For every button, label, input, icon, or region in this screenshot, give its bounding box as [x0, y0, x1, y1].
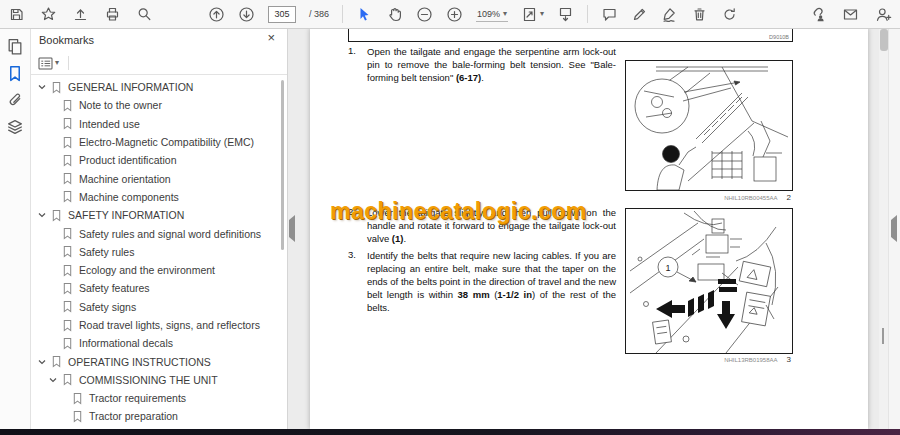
figure-id: NHIL13RB01958AA — [724, 357, 777, 363]
bookmark-icon — [61, 282, 74, 295]
scrolling-mode-icon[interactable] — [557, 6, 574, 23]
bookmark-item[interactable]: SAFETY INFORMATION — [30, 206, 287, 224]
instruction-step: 3. Identify the belts that require new l… — [348, 249, 616, 314]
share-link-icon[interactable] — [809, 6, 826, 23]
email-icon[interactable] — [842, 6, 859, 23]
bookmark-tree: GENERAL INFORMATION Note to the owner In… — [30, 78, 287, 426]
sign-icon[interactable] — [661, 6, 678, 23]
previous-page-icon[interactable] — [208, 6, 225, 23]
pdf-viewer-window: 305 / 386 109% ▾ ▾ — [0, 0, 900, 435]
bookmark-icon — [61, 373, 74, 386]
scrollbar-mark — [882, 328, 884, 344]
bookmark-icon — [61, 136, 74, 149]
toolbar: 305 / 386 109% ▾ ▾ — [0, 0, 900, 29]
bookmark-item[interactable]: Machine orientation — [30, 169, 287, 187]
scrollbar-thumb[interactable] — [880, 29, 888, 51]
profile-add-icon[interactable] — [875, 6, 892, 23]
bookmark-icon — [61, 227, 74, 240]
bookmark-item[interactable]: Note to the owner — [30, 96, 287, 114]
panel-title: Bookmarks — [39, 34, 94, 46]
options-divider — [68, 56, 69, 70]
hand-tool-icon[interactable] — [386, 6, 403, 23]
callout-number: 1 — [665, 263, 670, 273]
document-page: D9010B 1. Open the tailgate and engage t… — [310, 28, 868, 429]
bookmark-item[interactable]: Road travel lights, signs, and reflector… — [30, 316, 287, 334]
bookmark-item[interactable]: Ecology and the environment — [30, 261, 287, 279]
bookmark-item[interactable]: Safety rules and signal word definitions — [30, 224, 287, 242]
bookmark-item[interactable]: Machine components — [30, 188, 287, 206]
bookmark-icon — [50, 355, 63, 368]
bookmark-item[interactable]: Tractor requirements — [30, 389, 287, 407]
close-icon[interactable]: × — [267, 31, 275, 44]
delete-icon[interactable] — [691, 6, 708, 23]
next-page-icon[interactable] — [238, 6, 255, 23]
figure-number: 2 — [787, 193, 791, 202]
taskbar-edge — [0, 429, 900, 435]
bookmark-item[interactable]: Safety signs — [30, 298, 287, 316]
chevron-down-icon[interactable] — [35, 357, 48, 367]
bookmark-item[interactable]: GENERAL INFORMATION — [30, 78, 287, 96]
bookmark-item[interactable]: Product identification — [30, 151, 287, 169]
watermark: machinecatalogic.com — [330, 198, 587, 225]
bookmark-options-button[interactable]: ▾ — [38, 57, 59, 70]
save-icon[interactable] — [8, 6, 25, 23]
select-tool-icon[interactable] — [356, 6, 373, 23]
zoom-in-icon[interactable] — [446, 6, 463, 23]
bookmark-item[interactable]: COMMISSIONING THE UNIT — [30, 371, 287, 389]
bookmark-icon — [50, 81, 63, 94]
bookmark-icon — [71, 410, 84, 423]
bookmark-icon — [61, 245, 74, 258]
page-thumbnails-icon[interactable] — [6, 37, 24, 55]
fit-page-dropdown[interactable]: ▾ — [521, 6, 544, 23]
navigation-strip — [0, 28, 31, 429]
top-figure-partial: D9010B — [348, 28, 793, 42]
collapse-panel-icon[interactable] — [289, 220, 295, 238]
rotate-icon[interactable] — [721, 6, 738, 23]
panel-scrollbar[interactable] — [281, 80, 284, 250]
chevron-down-icon[interactable] — [35, 82, 48, 92]
page-total-label: / 386 — [309, 9, 329, 19]
bookmarks-panel-icon[interactable] — [6, 64, 24, 82]
bookmark-item[interactable]: Tractor preparation — [30, 407, 287, 425]
search-icon[interactable] — [136, 6, 153, 23]
bookmark-icon — [61, 264, 74, 277]
bookmark-icon — [61, 154, 74, 167]
bookmark-item[interactable]: Intended use — [30, 115, 287, 133]
page-number-input[interactable]: 305 — [268, 6, 296, 23]
chevron-down-icon[interactable] — [35, 210, 48, 220]
chevron-down-icon[interactable] — [46, 375, 59, 385]
toolbar-divider — [587, 5, 588, 23]
figure-caption: NHIL13RB01958AA 3 — [625, 355, 791, 364]
bookmark-icon — [50, 209, 63, 222]
highlight-pencil-icon[interactable] — [631, 6, 648, 23]
panel-options-bar: ▾ — [30, 52, 287, 75]
zoom-out-icon[interactable] — [416, 6, 433, 23]
share-upload-icon[interactable] — [72, 6, 89, 23]
bookmark-icon — [61, 319, 74, 332]
zoom-level-dropdown[interactable]: 109% ▾ — [476, 7, 508, 22]
figure-number: 3 — [787, 355, 791, 364]
chevron-down-icon: ▾ — [55, 59, 59, 67]
bookmark-icon — [61, 172, 74, 185]
fit-page-icon — [521, 6, 538, 23]
attachments-icon[interactable] — [6, 91, 24, 109]
figure-id: NHIL10RB00455AA — [724, 195, 777, 201]
print-icon[interactable] — [104, 6, 121, 23]
bookmark-item[interactable]: Safety rules — [30, 243, 287, 261]
bookmark-icon — [61, 300, 74, 313]
layers-icon[interactable] — [6, 118, 24, 136]
bookmark-icon — [61, 117, 74, 130]
bookmark-icon — [61, 190, 74, 203]
top-figure-label: D9010B — [769, 34, 789, 40]
bookmark-icon — [61, 337, 74, 350]
bookmark-item[interactable]: OPERATING INSTRUCTIONS — [30, 352, 287, 370]
chevron-down-icon: ▾ — [503, 10, 507, 18]
bookmark-item[interactable]: Electro-Magnetic Compatibility (EMC) — [30, 133, 287, 151]
star-icon[interactable] — [40, 6, 57, 23]
bookmark-item[interactable]: Informational decals — [30, 334, 287, 352]
line-art-machine-person — [626, 61, 792, 190]
collapse-tools-icon[interactable] — [891, 220, 897, 238]
comment-icon[interactable] — [601, 6, 618, 23]
bookmark-item[interactable]: Safety features — [30, 279, 287, 297]
bookmark-icon — [61, 99, 74, 112]
